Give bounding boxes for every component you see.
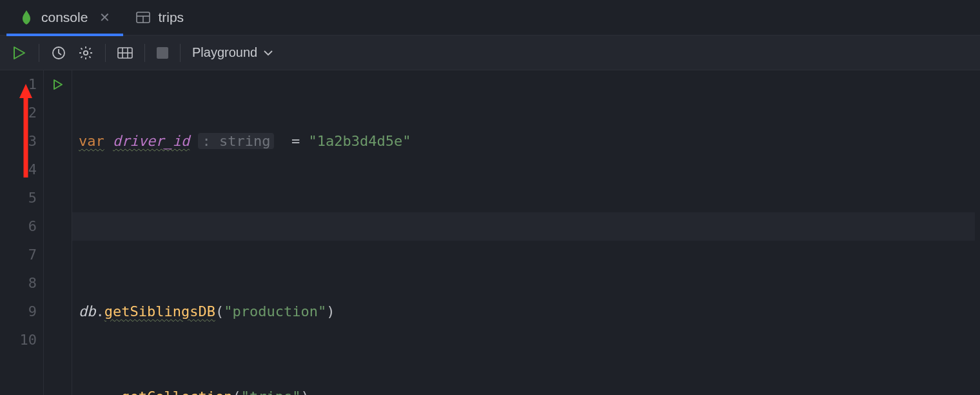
run-button[interactable] (12, 45, 27, 61)
tab-trips[interactable]: trips (123, 0, 197, 35)
line-number: 7 (0, 241, 37, 269)
code-line (72, 212, 975, 241)
separator (144, 44, 145, 62)
tab-bar: console ✕ trips (0, 0, 980, 35)
line-number: 3 (0, 127, 37, 156)
line-gutter: 1 2 3 4 5 6 7 8 9 10 (0, 70, 44, 395)
stop-button[interactable] (157, 47, 168, 59)
gear-icon[interactable] (78, 45, 93, 61)
line-number: 8 (0, 269, 37, 298)
run-gutter (44, 70, 72, 395)
toolbar: Playground (0, 35, 980, 70)
line-number: 6 (0, 212, 37, 241)
line-number: 5 (0, 184, 37, 212)
code-line: var driver_id : string = "1a2b3d4d5e" (79, 127, 975, 156)
table-view-icon[interactable] (117, 45, 133, 61)
tab-label: trips (158, 10, 184, 25)
separator (105, 44, 106, 62)
line-number: 1 (0, 70, 37, 99)
history-icon[interactable] (51, 45, 66, 61)
line-number: 10 (0, 326, 37, 354)
dropdown-label: Playground (192, 45, 257, 60)
line-number: 2 (0, 99, 37, 127)
chevron-down-icon (264, 50, 273, 56)
separator (39, 44, 39, 62)
table-icon (136, 10, 150, 25)
close-icon[interactable]: ✕ (99, 10, 110, 25)
code-line: .getCollection("trips") (79, 383, 975, 395)
tab-console[interactable]: console ✕ (6, 0, 123, 35)
code-line: db.getSiblingsDB("production") (79, 298, 975, 326)
separator (180, 44, 181, 62)
line-number: 9 (0, 298, 37, 326)
tab-label: console (41, 10, 88, 25)
line-number: 4 (0, 156, 37, 184)
mongodb-leaf-icon (19, 10, 34, 25)
svg-point-4 (84, 50, 88, 54)
code-content[interactable]: var driver_id : string = "1a2b3d4d5e" db… (72, 70, 975, 395)
run-line-icon[interactable] (44, 70, 72, 99)
playground-dropdown[interactable]: Playground (192, 45, 273, 60)
code-editor[interactable]: 1 2 3 4 5 6 7 8 9 10 var driver_id : str… (0, 70, 980, 395)
